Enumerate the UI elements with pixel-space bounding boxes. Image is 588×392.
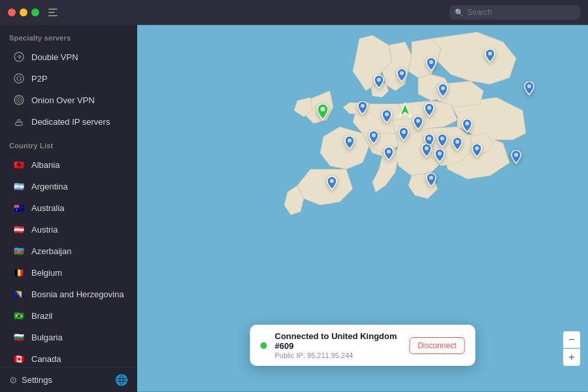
map-pin-armenia[interactable] — [510, 150, 523, 169]
svg-point-12 — [441, 86, 445, 90]
sidebar-item-brazil[interactable]: 🇧🇷 Brazil — [4, 305, 133, 326]
svg-point-25 — [438, 152, 442, 155]
svg-point-29 — [455, 140, 459, 144]
canada-flag: 🇨🇦 — [13, 353, 25, 365]
svg-point-22 — [416, 119, 420, 123]
map-pin-austria[interactable] — [397, 127, 410, 146]
map-pin-serbia[interactable] — [420, 144, 433, 162]
sidebar-item-bulgaria[interactable]: 🇧🇬 Bulgaria — [4, 327, 133, 348]
brazil-flag: 🇧🇷 — [13, 310, 25, 321]
country-list-label: Country List — [0, 133, 137, 154]
p2p-label: P2P — [31, 74, 48, 84]
brazil-label: Brazil — [31, 311, 53, 321]
svg-point-11 — [488, 52, 492, 56]
svg-point-33 — [514, 153, 518, 157]
map-pin-poland[interactable] — [423, 103, 436, 122]
svg-point-24 — [427, 137, 431, 140]
map-pin-finland[interactable] — [425, 57, 438, 76]
onion-vpn-label: Onion Over VPN — [31, 95, 95, 105]
azerbaijan-flag: 🇦🇿 — [13, 245, 25, 257]
svg-point-15 — [361, 104, 365, 108]
search-input[interactable] — [467, 8, 575, 17]
settings-footer-item[interactable]: ⚙ Settings — [9, 375, 52, 385]
dedicated-ip-label: Dedicated IP servers — [31, 117, 110, 127]
map-pin-netherlands[interactable] — [356, 101, 369, 120]
svg-point-1 — [14, 74, 24, 83]
map-arrow-sweden — [399, 102, 412, 120]
sidebar-item-belgium[interactable]: 🇧🇪 Belgium — [4, 262, 133, 283]
specialty-servers-label: Specialty servers — [0, 25, 137, 46]
svg-point-13 — [427, 106, 431, 110]
map-pin-bulgaria[interactable] — [433, 149, 446, 167]
double-vpn-icon — [13, 51, 25, 63]
svg-point-5 — [18, 99, 20, 101]
austria-label: Austria — [31, 225, 57, 235]
bulgaria-flag: 🇧🇬 — [13, 331, 25, 343]
austria-flag: 🇦🇹 — [13, 223, 25, 235]
bosnia-label: Bosnia and Herzegovina — [31, 289, 124, 299]
sidebar-item-canada[interactable]: 🇨🇦 Canada — [4, 348, 133, 369]
titlebar: 🔍 — [0, 0, 588, 25]
map-pin-france[interactable] — [343, 136, 356, 154]
onion-vpn-icon — [13, 94, 25, 106]
sidebar-item-p2p[interactable]: P2P — [4, 68, 133, 89]
map-pin-uk-active[interactable] — [315, 104, 331, 125]
svg-point-2 — [17, 76, 21, 80]
zoom-out-button[interactable]: − — [563, 331, 580, 348]
sidebar-item-azerbaijan[interactable]: 🇦🇿 Azerbaijan — [4, 240, 133, 261]
argentina-label: Argentina — [31, 182, 68, 191]
svg-point-30 — [429, 176, 433, 180]
sidebar-item-australia[interactable]: 🇦🇺 Australia — [4, 197, 133, 218]
map-pin-norway[interactable] — [372, 75, 385, 93]
svg-point-16 — [321, 107, 325, 112]
svg-point-23 — [440, 137, 444, 140]
globe-icon[interactable]: 🌐 — [115, 374, 128, 386]
azerbaijan-label: Azerbaijan — [31, 246, 71, 256]
search-bar: 🔍 — [449, 5, 580, 20]
close-button[interactable] — [8, 8, 16, 16]
sidebar-toggle-button[interactable] — [48, 7, 61, 18]
map-pin-baltic[interactable] — [436, 84, 449, 102]
sidebar-item-onion-vpn[interactable]: Onion Over VPN — [4, 90, 133, 110]
disconnect-button[interactable]: Disconnect — [409, 337, 465, 354]
map-pin-switzerland[interactable] — [367, 131, 380, 149]
australia-flag: 🇦🇺 — [13, 202, 25, 214]
belgium-flag: 🇧🇪 — [13, 267, 25, 278]
map-area[interactable]: Connected to United Kingdom #609 Public … — [137, 25, 588, 392]
minimize-button[interactable] — [20, 8, 27, 16]
map-pin-moldova[interactable] — [451, 137, 464, 155]
svg-point-10 — [400, 71, 404, 75]
map-pin-russia2[interactable] — [523, 82, 536, 100]
main-content: Specialty servers Double VPN P2P Onion O… — [0, 25, 588, 392]
map-pin-spain[interactable] — [325, 176, 338, 195]
sidebar-item-double-vpn[interactable]: Double VPN — [4, 46, 133, 67]
traffic-lights — [8, 8, 39, 16]
map-pin-ukraine[interactable] — [461, 119, 474, 137]
settings-label: Settings — [22, 375, 52, 385]
svg-point-32 — [527, 84, 531, 88]
svg-point-18 — [348, 139, 351, 142]
map-pin-russia[interactable] — [483, 49, 497, 67]
sidebar-item-argentina[interactable]: 🇦🇷 Argentina — [4, 176, 133, 197]
connected-title: Connected to United Kingdom #609 — [275, 331, 402, 351]
zoom-controls: − + — [563, 331, 580, 366]
map-pin-italy[interactable] — [382, 147, 395, 165]
svg-point-14 — [385, 112, 389, 116]
map-pin-germany[interactable] — [380, 110, 393, 128]
maximize-button[interactable] — [31, 8, 39, 16]
australia-label: Australia — [31, 203, 65, 213]
zoom-in-button[interactable]: + — [563, 349, 580, 366]
albania-flag: 🇦🇱 — [13, 159, 25, 171]
bosnia-flag: 🇧🇦 — [13, 288, 25, 300]
sidebar-item-austria[interactable]: 🇦🇹 Austria — [4, 219, 133, 240]
sidebar-item-albania[interactable]: 🇦🇱 Albania — [4, 154, 133, 175]
svg-marker-17 — [400, 103, 410, 116]
map-pin-greece[interactable] — [425, 173, 438, 191]
map-pin-turkey[interactable] — [470, 144, 483, 162]
svg-point-28 — [465, 122, 469, 125]
double-vpn-label: Double VPN — [31, 52, 78, 62]
sidebar-item-bosnia[interactable]: 🇧🇦 Bosnia and Herzegovina — [4, 284, 133, 304]
sidebar-item-dedicated-ip[interactable]: Dedicated IP servers — [4, 111, 133, 132]
map-pin-czech[interactable] — [412, 116, 425, 135]
map-pin-sweden[interactable] — [395, 69, 408, 87]
